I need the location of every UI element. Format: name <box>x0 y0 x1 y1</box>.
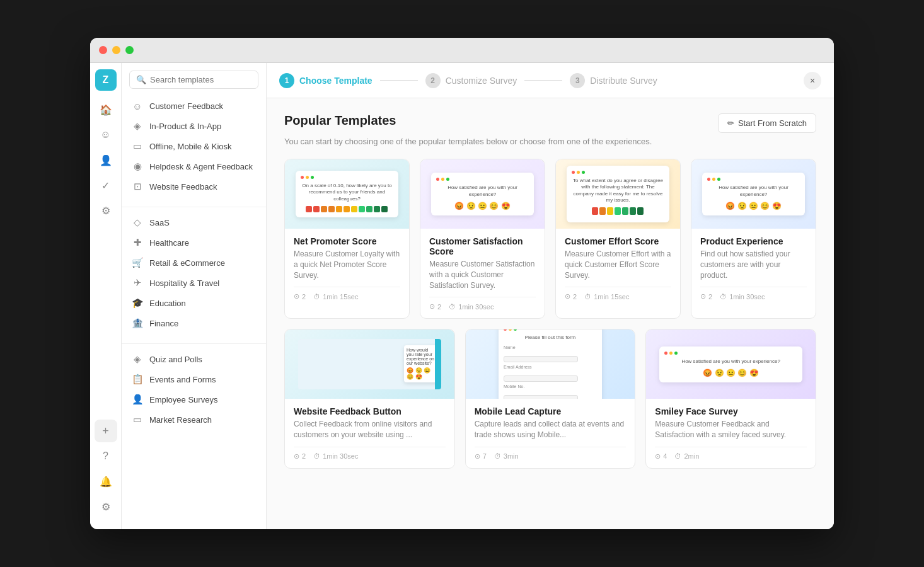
questions-icon: ⊙ <box>700 292 706 301</box>
sidebar-item-education[interactable]: 🎓 Education <box>122 293 266 313</box>
quiz-icon: ◈ <box>132 353 143 365</box>
question-count: 2 <box>573 293 577 301</box>
card-meta: ⊙ 2 ⏱ 1min 30sec <box>700 287 807 301</box>
template-grid-row2: How would you rate your experience on ou… <box>284 329 816 469</box>
wizard-step-1[interactable]: 1 Choose Template <box>279 73 372 88</box>
close-button[interactable] <box>99 46 107 54</box>
sidebar-item-helpdesk[interactable]: ◉ Helpdesk & Agent Feedback <box>122 156 266 176</box>
from-scratch-button[interactable]: ✏ Start From Scratch <box>718 113 816 133</box>
template-card-web-feedback[interactable]: How would you rate your experience on ou… <box>284 329 455 469</box>
close-wizard-button[interactable]: × <box>804 72 821 89</box>
search-box[interactable]: 🔍 <box>129 71 258 89</box>
sidebar-item-events-forms[interactable]: 📋 Events and Forms <box>122 369 266 389</box>
sidebar-item-market-research[interactable]: ▭ Market Research <box>122 410 266 430</box>
time-value: 1min 15sec <box>594 293 629 301</box>
card-title: Smiley Face Survey <box>655 406 807 416</box>
sidebar-item-finance[interactable]: 🏦 Finance <box>122 313 266 333</box>
step-2-number: 2 <box>425 73 441 88</box>
sidebar-item-label: Customer Feedback <box>149 101 223 111</box>
template-card-pe[interactable]: How satisfied are you with your experien… <box>691 159 816 319</box>
rail-add-icon[interactable]: + <box>95 420 117 442</box>
sidebar-item-hospitality[interactable]: ✈ Hospitality & Travel <box>122 273 266 293</box>
card-preview-nps: On a scale of 0-10, how likely are you t… <box>285 159 409 229</box>
rail-contacts-icon[interactable]: 👤 <box>95 149 117 171</box>
wizard-step-3[interactable]: 3 Distribute Survey <box>570 73 657 88</box>
card-title: Mobile Lead Capture <box>475 406 627 416</box>
meta-time: ⏱ 3min <box>494 452 519 460</box>
sidebar-item-saas[interactable]: ◇ SaaS <box>122 212 266 232</box>
sidebar-item-offline[interactable]: ▭ Offline, Mobile & Kiosk <box>122 136 266 156</box>
card-desc: Measure Customer Loyalty with a quick Ne… <box>294 249 400 280</box>
meta-time: ⏱ 1min 15sec <box>584 293 629 301</box>
meta-time: ⏱ 1min 15sec <box>313 293 358 301</box>
saas-icon: ◇ <box>132 217 143 228</box>
card-desc: Measure Customer Satisfaction with a qui… <box>429 259 536 290</box>
rail-settings-icon[interactable]: ⚙ <box>95 495 117 518</box>
rail-home-icon[interactable]: 🏠 <box>95 98 117 121</box>
sidebar-item-customer-feedback[interactable]: ☺ Customer Feedback <box>122 96 266 116</box>
card-preview-mlc: Please fill out this form Name Email Add… <box>466 329 635 399</box>
step-line-2 <box>524 80 562 81</box>
website-feedback-icon: ⊡ <box>132 181 143 192</box>
template-card-nps[interactable]: On a scale of 0-10, how likely are you t… <box>284 159 410 319</box>
meta-questions: ⊙ 2 <box>700 292 712 301</box>
in-product-icon: ◈ <box>132 120 143 132</box>
rail-integrations-icon[interactable]: ⚙ <box>95 199 117 222</box>
questions-icon: ⊙ <box>429 302 435 311</box>
template-card-csat[interactable]: How satisfied are you with your experien… <box>420 159 545 319</box>
step-1-number: 1 <box>279 73 294 88</box>
template-card-mobile-lead[interactable]: Please fill out this form Name Email Add… <box>465 329 636 469</box>
rail-help-icon[interactable]: ? <box>95 445 117 467</box>
time-value: 3min <box>504 452 519 460</box>
sidebar-item-label: Events and Forms <box>149 375 216 384</box>
time-value: 1min 30sec <box>323 452 358 460</box>
sidebar-section-experiences: ☺ Customer Feedback ◈ In-Product & In-Ap… <box>122 96 266 197</box>
step-3-number: 3 <box>570 73 585 88</box>
sidebar-item-in-product[interactable]: ◈ In-Product & In-App <box>122 116 266 136</box>
customer-feedback-icon: ☺ <box>132 101 143 112</box>
app-body: Z 🏠 ☺ 👤 ✓ ⚙ + ? 🔔 ⚙ 🔍 ☺ Custome <box>90 63 834 529</box>
search-input[interactable] <box>150 75 256 84</box>
sidebar: 🔍 ☺ Customer Feedback ◈ In-Product & In-… <box>122 63 267 529</box>
template-card-ces[interactable]: To what extent do you agree or disagree … <box>555 159 681 319</box>
questions-icon: ⊙ <box>475 452 480 461</box>
sidebar-item-website-feedback[interactable]: ⊡ Website Feedback <box>122 176 266 197</box>
wizard-step-2[interactable]: 2 Customize Survey <box>425 73 517 88</box>
card-title: Customer Effort Score <box>565 236 671 246</box>
sidebar-item-retail[interactable]: 🛒 Retail & eCommerce <box>122 253 266 273</box>
rail-surveys-icon[interactable]: ☺ <box>95 123 117 146</box>
card-body-ces: Customer Effort Score Measure Customer E… <box>556 229 680 308</box>
clock-icon: ⏱ <box>313 452 320 460</box>
sidebar-item-employee-surveys[interactable]: 👤 Employee Surveys <box>122 389 266 410</box>
step-2-label: Customize Survey <box>446 76 517 86</box>
card-body-nps: Net Promoter Score Measure Customer Loya… <box>285 229 409 308</box>
meta-questions: ⊙ 2 <box>565 292 577 301</box>
question-count: 2 <box>302 293 306 301</box>
clock-icon: ⏱ <box>494 452 501 460</box>
employee-icon: 👤 <box>132 394 143 405</box>
questions-icon: ⊙ <box>294 292 299 301</box>
questions-icon: ⊙ <box>565 292 570 301</box>
sidebar-item-quiz-polls[interactable]: ◈ Quiz and Polls <box>122 349 266 369</box>
card-desc: Find out how satisfied your customers ar… <box>700 249 807 280</box>
card-body-sfs: Smiley Face Survey Measure Customer Feed… <box>646 399 816 468</box>
meta-time: ⏱ 1min 30sec <box>720 293 765 301</box>
rail-notifications-icon[interactable]: 🔔 <box>95 470 117 493</box>
time-value: 1min 15sec <box>323 293 358 301</box>
card-body-csat: Customer Satisfaction Score Measure Cust… <box>420 229 545 318</box>
question-count: 7 <box>483 452 487 460</box>
card-title: Product Experience <box>700 236 807 246</box>
title-bar <box>90 38 834 63</box>
hospitality-icon: ✈ <box>132 277 143 289</box>
rail-responses-icon[interactable]: ✓ <box>95 174 117 197</box>
sidebar-item-label: Quiz and Polls <box>149 355 202 364</box>
minimize-button[interactable] <box>112 46 120 54</box>
sidebar-item-healthcare[interactable]: ✚ Healthcare <box>122 232 266 253</box>
meta-questions: ⊙ 7 <box>475 452 487 461</box>
template-card-smiley[interactable]: How satisfied are you with your experien… <box>645 329 816 469</box>
card-title: Website Feedback Button <box>294 406 446 416</box>
maximize-button[interactable] <box>125 46 134 54</box>
clock-icon: ⏱ <box>584 293 591 301</box>
wizard-steps: 1 Choose Template 2 Customize Survey 3 D… <box>279 73 657 88</box>
card-desc: Collect Feedback from online visitors an… <box>294 419 446 440</box>
